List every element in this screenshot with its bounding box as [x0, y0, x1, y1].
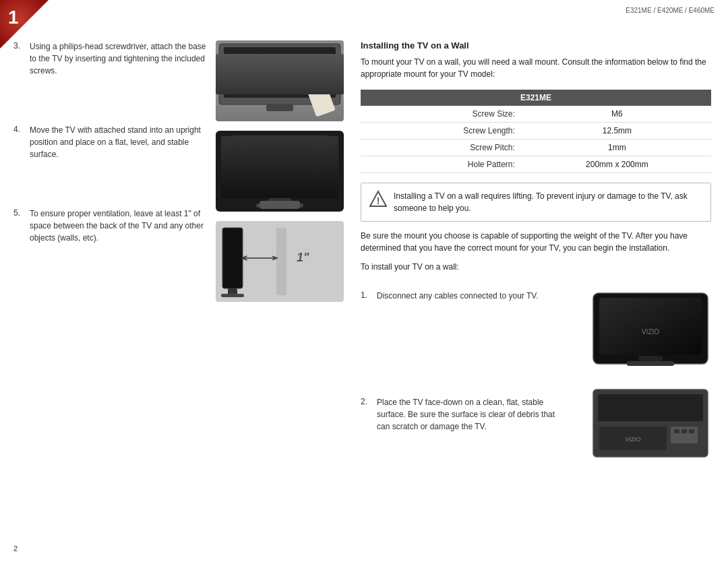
- svg-rect-1: [224, 47, 336, 98]
- tv-front-image: VIZIO: [590, 290, 711, 379]
- screwdriver-image: [216, 40, 344, 121]
- table-header: E321ME: [361, 90, 711, 106]
- svg-rect-13: [221, 294, 244, 297]
- spec-table: E321ME Screw Size: M6 Screw Length: 12.5…: [361, 90, 711, 173]
- svg-rect-4: [301, 54, 307, 67]
- svg-rect-22: [627, 361, 674, 366]
- svg-rect-6: [235, 140, 325, 189]
- step-3-number: 3.: [13, 40, 30, 77]
- svg-rect-9: [256, 204, 303, 208]
- lower-images: VIZIO VIZIO: [590, 290, 711, 462]
- body-text-1: Be sure the mount you choose is capable …: [361, 230, 711, 254]
- center-images-column: VIZIO 1": [216, 40, 351, 302]
- svg-rect-29: [689, 429, 694, 433]
- left-steps-column: 3. Using a philips-head screwdriver, att…: [13, 40, 209, 260]
- screw-pitch-value: 1mm: [523, 139, 711, 156]
- page-footer: 2: [13, 544, 18, 553]
- step-5: 5. To ensure proper ventilation, leave a…: [13, 208, 209, 244]
- hole-pattern-label: Hole Pattern:: [361, 156, 523, 173]
- screwdriver-svg: [216, 40, 344, 121]
- svg-rect-25: [598, 394, 703, 421]
- screw-size-label: Screw Size:: [361, 106, 523, 123]
- svg-rect-27: [674, 429, 679, 433]
- svg-rect-14: [276, 228, 286, 295]
- body-text-2: To install your TV on a wall:: [361, 261, 711, 273]
- svg-rect-26: [671, 427, 698, 443]
- tv-stand-image: VIZIO: [216, 131, 344, 212]
- tv-gap-image: 1": [216, 221, 344, 302]
- step-4-text: Move the TV with attached stand into an …: [30, 124, 209, 160]
- warning-text: Installing a TV on a wall requires lifti…: [394, 190, 702, 214]
- step-5-text: To ensure proper ventilation, leave at l…: [30, 208, 209, 244]
- svg-text:!: !: [377, 195, 380, 206]
- inch-label-svg: 1": [297, 251, 309, 264]
- table-row-screw-length: Screw Length: 12.5mm: [361, 123, 711, 139]
- tv-back-image: VIZIO: [590, 386, 711, 462]
- tv-gap-svg: 1": [216, 221, 344, 302]
- screw-length-value: 12.5mm: [523, 123, 711, 139]
- page-header: E321ME / E420ME / E460ME: [626, 7, 715, 14]
- tv-stand-svg: VIZIO: [216, 131, 344, 212]
- svg-text:VIZIO: VIZIO: [642, 328, 659, 336]
- wall-install-section: Installing the TV on a Wall To mount you…: [361, 40, 711, 280]
- svg-text:VIZIO: VIZIO: [625, 436, 641, 443]
- table-row-screw-pitch: Screw Pitch: 1mm: [361, 139, 711, 156]
- model-number: E321ME / E420ME / E460ME: [626, 7, 715, 14]
- page-number: 2: [13, 544, 18, 553]
- screw-length-label: Screw Length:: [361, 123, 523, 139]
- svg-rect-8: [268, 198, 291, 204]
- wall-step-1-text: Disconnect any cables connected to your …: [377, 290, 538, 302]
- tv-back-svg: VIZIO: [590, 386, 711, 460]
- section-title: Installing the TV on a Wall: [361, 40, 711, 51]
- step-4-number: 4.: [13, 124, 30, 160]
- step-4: 4. Move the TV with attached stand into …: [13, 124, 209, 160]
- svg-rect-21: [638, 356, 663, 361]
- warning-icon: !: [369, 190, 387, 212]
- hole-pattern-value: 200mm x 200mm: [523, 156, 711, 173]
- wall-step-2-text: Place the TV face-down on a clean, flat,…: [377, 396, 556, 433]
- wall-step-2: 2. Place the TV face-down on a clean, fl…: [361, 396, 556, 433]
- svg-rect-5: [229, 136, 330, 197]
- step-3-text: Using a philips-head screwdriver, attach…: [30, 40, 209, 77]
- svg-text:VIZIO: VIZIO: [270, 180, 284, 186]
- svg-rect-3: [299, 60, 316, 94]
- section-intro: To mount your TV on a wall, you will nee…: [361, 56, 711, 80]
- warning-box: ! Installing a TV on a wall requires lif…: [361, 183, 711, 222]
- wall-step-2-number: 2.: [361, 396, 377, 433]
- svg-rect-11: [222, 228, 243, 288]
- wall-step-1-number: 1.: [361, 290, 377, 302]
- screw-pitch-label: Screw Pitch:: [361, 139, 523, 156]
- table-row-screw-size: Screw Size: M6: [361, 106, 711, 123]
- badge-number: 1: [8, 7, 19, 28]
- lower-right-section: 1. Disconnect any cables connected to yo…: [361, 290, 711, 449]
- step-5-number: 5.: [13, 208, 30, 244]
- step-3: 3. Using a philips-head screwdriver, att…: [13, 40, 209, 77]
- lower-steps: 1. Disconnect any cables connected to yo…: [361, 290, 556, 433]
- svg-rect-7: [235, 140, 325, 189]
- svg-rect-2: [266, 104, 293, 111]
- svg-rect-20: [599, 298, 702, 354]
- screw-size-value: M6: [523, 106, 711, 123]
- svg-rect-28: [681, 429, 687, 433]
- warning-triangle-svg: !: [369, 190, 387, 208]
- tv-front-svg: VIZIO: [590, 290, 711, 377]
- wall-step-1: 1. Disconnect any cables connected to yo…: [361, 290, 556, 302]
- table-row-hole-pattern: Hole Pattern: 200mm x 200mm: [361, 156, 711, 173]
